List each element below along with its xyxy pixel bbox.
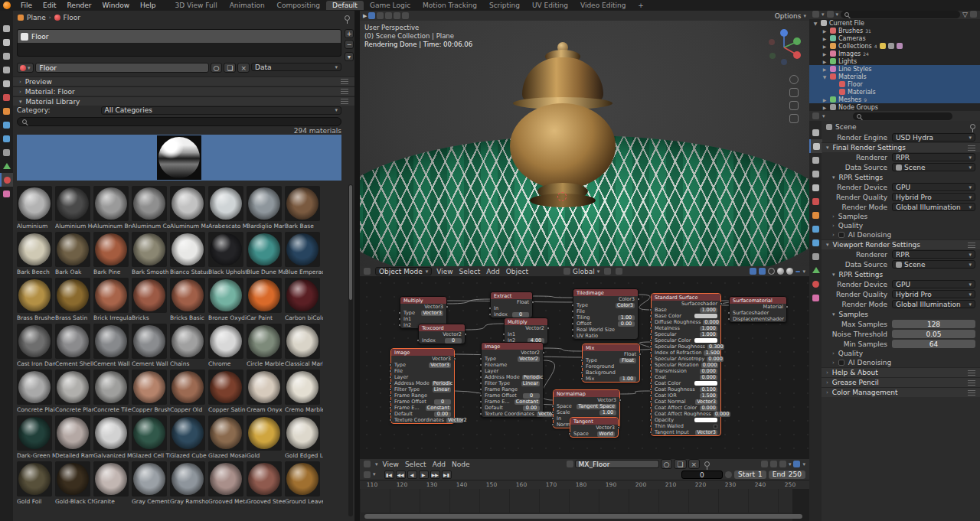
navigation-gizmo[interactable] [763, 27, 805, 68]
input-socket[interactable] [479, 394, 482, 397]
stopwatch-icon[interactable] [725, 471, 732, 478]
collapsed-quality[interactable]: ›Quality [822, 349, 980, 358]
filter-funnel-icon[interactable]: ▽ [962, 11, 968, 18]
prop-dropdown[interactable]: GPU▾ [892, 280, 975, 288]
parent-node-icon[interactable] [761, 461, 768, 467]
pin-icon[interactable] [345, 15, 350, 21]
value-field[interactable]: Color3 [616, 303, 635, 308]
breadcrumb-material[interactable]: Floor [64, 14, 80, 21]
output-tab[interactable] [0, 49, 13, 63]
shader-node[interactable]: ImageVector3TypeVector3FileLayerAddress … [390, 348, 455, 424]
input-socket[interactable] [416, 339, 420, 342]
node-title[interactable]: Image [482, 343, 543, 350]
input-socket[interactable] [649, 412, 652, 415]
material-item[interactable]: Gray Ramshorn ... [168, 460, 207, 506]
material-item[interactable]: Brass Satin [54, 276, 92, 322]
shader-node[interactable]: SurfacematerialMaterialSurfaceshaderDisp… [729, 296, 787, 323]
subsection-rpr-settings[interactable]: ▾RPR Settings [822, 172, 980, 182]
material-item[interactable]: Bark Pine [92, 230, 130, 276]
workspace-tab-animation[interactable]: Animation [224, 1, 271, 10]
material-item[interactable]: Circle Marble P... [245, 322, 283, 368]
outliner-row-node-groups[interactable]: ▶Node Groups [809, 103, 980, 111]
zoom-icon[interactable] [789, 75, 799, 84]
texture-tab[interactable] [0, 187, 13, 200]
object-data-tab[interactable] [0, 159, 13, 173]
prop-dropdown[interactable]: Scene▾ [892, 163, 975, 171]
jump-start-button[interactable]: ▮◀ [384, 471, 394, 479]
material-item[interactable]: Bark Beech [15, 230, 54, 276]
play-reverse-button[interactable]: ◀ [407, 471, 417, 479]
viewport-menu-add[interactable]: Add [486, 268, 499, 275]
rendered-shading-icon[interactable] [795, 271, 800, 272]
material-item[interactable]: Dark-Green Mar... [15, 414, 54, 460]
menu-window[interactable]: Window [97, 2, 136, 9]
output-tab[interactable] [809, 153, 822, 167]
material-tab[interactable] [809, 277, 822, 291]
tool-icon[interactable]: ▶ [363, 13, 367, 19]
material-item[interactable]: Concrete Planks [54, 368, 92, 414]
value-field[interactable]: 1.000 [700, 332, 717, 337]
input-socket[interactable] [389, 382, 392, 385]
input-socket[interactable] [479, 363, 482, 366]
output-socket[interactable] [446, 305, 449, 308]
input-socket[interactable] [649, 376, 652, 379]
checkbox[interactable] [838, 232, 844, 238]
material-name-field[interactable]: Floor [35, 63, 209, 73]
timeline-scrollbar[interactable] [364, 514, 802, 519]
world-tab[interactable] [809, 194, 822, 208]
expand-arrow-icon[interactable]: ▼ [812, 21, 818, 26]
shader-node[interactable]: MixFloatTypeFloatForegroundBackgroundMix… [582, 344, 640, 383]
node-title[interactable]: Standard Surface [652, 294, 720, 301]
prop-dropdown[interactable]: RPR▾ [892, 153, 975, 161]
material-item[interactable]: Bark Smooth [130, 230, 168, 276]
input-socket[interactable] [727, 317, 730, 321]
material-item[interactable]: Gold Foil [15, 460, 54, 506]
input-socket[interactable] [580, 359, 583, 362]
value-field[interactable]: 0.100 [700, 387, 717, 392]
input-socket[interactable] [649, 333, 652, 336]
copy-material-button[interactable]: ❏ [224, 63, 236, 73]
input-socket[interactable] [479, 376, 482, 379]
outliner-row-line-styles[interactable]: ▶Line Styles [809, 65, 980, 73]
render-tab[interactable] [0, 35, 13, 49]
checkbox[interactable] [714, 425, 717, 428]
section-color-management[interactable]: ›Color Management [822, 387, 980, 397]
breadcrumb-scene[interactable]: Scene [835, 123, 856, 131]
material-item[interactable]: Gray Cement S... [130, 460, 168, 506]
value-field[interactable]: Periodic [522, 375, 540, 380]
value-field[interactable]: 0.300 [707, 344, 724, 350]
menu-help[interactable]: Help [135, 2, 162, 9]
value-field[interactable]: 1.500 [704, 350, 720, 356]
snap-icon[interactable] [770, 461, 777, 467]
input-socket[interactable] [571, 334, 574, 337]
input-socket[interactable] [571, 328, 574, 331]
shader-node[interactable]: TexcoordVector2Index0 [418, 324, 466, 344]
timeline-track[interactable] [360, 489, 809, 513]
input-socket[interactable] [571, 316, 574, 319]
input-socket[interactable] [649, 314, 652, 317]
section-grease-pencil[interactable]: ›Grease Pencil [822, 377, 980, 387]
value-field[interactable]: 0.000 [700, 375, 717, 380]
tool-tab[interactable] [809, 125, 822, 139]
node-title[interactable]: Image [391, 349, 454, 356]
value-field[interactable]: 0.000 [701, 363, 718, 368]
filter-toggle-icon[interactable] [880, 43, 886, 49]
input-socket[interactable] [649, 400, 652, 403]
outliner-row-cameras[interactable]: ▶Cameras [809, 34, 980, 42]
input-socket[interactable] [488, 313, 492, 316]
input-socket[interactable] [649, 431, 652, 434]
node-tree-icon[interactable] [567, 461, 573, 467]
material-item[interactable]: Cement Wall wi... [130, 322, 168, 368]
render-tab[interactable] [809, 139, 822, 153]
output-socket[interactable] [720, 302, 723, 305]
input-socket[interactable] [649, 345, 652, 348]
prop-number-field[interactable]: 128 [892, 320, 975, 328]
input-socket[interactable] [649, 351, 652, 354]
input-socket[interactable] [389, 400, 392, 403]
input-socket[interactable] [649, 370, 652, 373]
material-item[interactable]: Ground Leaves ... [283, 460, 322, 506]
panel-material-library[interactable]: ▾Material Library [13, 96, 354, 106]
material-item[interactable]: Copper Brushed [130, 368, 168, 414]
pin-icon[interactable] [970, 124, 975, 129]
value-field[interactable]: Constant [426, 405, 451, 411]
